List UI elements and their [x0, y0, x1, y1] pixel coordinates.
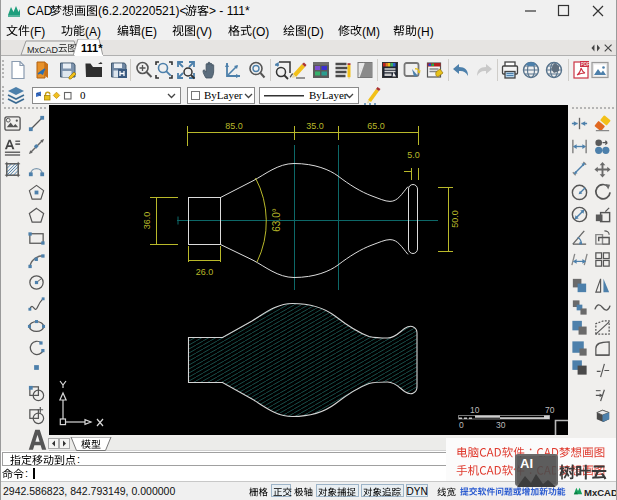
svg-text:63.0°: 63.0° [271, 208, 282, 231]
svg-text:0: 0 [459, 420, 464, 430]
svg-text:26.0: 26.0 [196, 267, 214, 277]
svg-text:35.0: 35.0 [306, 121, 324, 131]
svg-text:85.0: 85.0 [225, 121, 243, 131]
svg-text:30: 30 [496, 420, 506, 430]
svg-text:50.0: 50.0 [450, 210, 460, 228]
svg-text:5.0: 5.0 [407, 150, 420, 160]
svg-text:65.0: 65.0 [367, 121, 385, 131]
svg-text:70: 70 [545, 405, 555, 415]
svg-text:PDF: PDF [581, 62, 590, 67]
svg-text:36.0: 36.0 [142, 212, 152, 230]
svg-text:10: 10 [470, 405, 480, 415]
